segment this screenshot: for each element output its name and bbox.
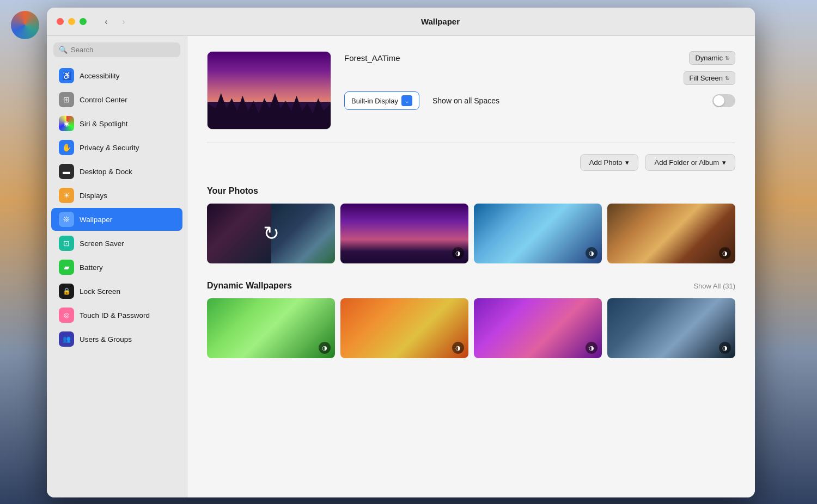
forest-silhouette bbox=[208, 83, 331, 129]
minimize-button[interactable] bbox=[68, 18, 75, 25]
dyn-thumb-3[interactable]: ◑ bbox=[474, 298, 602, 358]
sidebar-label-users-groups: Users & Groups bbox=[80, 335, 132, 343]
sidebar-item-displays[interactable]: ☀ Displays bbox=[51, 184, 182, 207]
photo-thumb-1[interactable]: ↻ bbox=[207, 204, 335, 263]
photo-thumb-2[interactable]: ◑ bbox=[340, 204, 468, 263]
app-icon-area bbox=[11, 11, 39, 39]
sidebar-label-accessibility: Accessibility bbox=[80, 72, 120, 80]
wallpaper-preview bbox=[207, 51, 331, 130]
fill-screen-chevron-icon: ⇅ bbox=[725, 75, 729, 81]
sidebar-label-control-center: Control Center bbox=[80, 96, 127, 104]
wallpaper-name-row: Forest_AATime Dynamic ⇅ bbox=[344, 51, 735, 65]
photo-thumb-4[interactable]: ◑ bbox=[607, 204, 735, 263]
wallpaper-top-section: Forest_AATime Dynamic ⇅ Fill Screen ⇅ bbox=[207, 51, 735, 130]
add-photo-chevron-icon: ▾ bbox=[625, 158, 629, 167]
dynamic-badge-3: ◑ bbox=[586, 247, 597, 259]
dynamic-wallpapers-title: Dynamic Wallpapers bbox=[207, 281, 292, 291]
your-photos-header: Your Photos bbox=[207, 186, 735, 196]
sidebar-label-battery: Battery bbox=[80, 263, 103, 272]
display-selector-arrow-icon: ⌄ bbox=[401, 95, 412, 106]
window-title: Wallpaper bbox=[136, 17, 745, 26]
close-button[interactable] bbox=[57, 18, 64, 25]
touch-id-icon: ◎ bbox=[59, 308, 74, 323]
dynamic-dropdown[interactable]: Dynamic ⇅ bbox=[689, 51, 735, 65]
sidebar-label-displays: Displays bbox=[80, 192, 107, 200]
dyn-badge-2: ◑ bbox=[452, 342, 464, 354]
app-icon bbox=[11, 11, 39, 39]
sidebar-label-privacy: Privacy & Security bbox=[80, 144, 139, 152]
dyn-badge-3: ◑ bbox=[586, 342, 597, 354]
nav-buttons: ‹ › bbox=[99, 14, 131, 29]
sidebar-label-wallpaper: Wallpaper bbox=[80, 216, 112, 224]
sidebar-item-wallpaper[interactable]: ❊ Wallpaper bbox=[51, 208, 182, 231]
search-icon: 🔍 bbox=[59, 46, 68, 54]
dynamic-wallpapers-grid: ◑ ◑ ◑ ◑ bbox=[207, 298, 735, 358]
back-button[interactable]: ‹ bbox=[99, 14, 114, 29]
fill-screen-dropdown[interactable]: Fill Screen ⇅ bbox=[684, 71, 735, 85]
sidebar-item-desktop-dock[interactable]: ▬ Desktop & Dock bbox=[51, 160, 182, 183]
sidebar-item-screen-saver[interactable]: ⊡ Screen Saver bbox=[51, 232, 182, 255]
system-preferences-window: ‹ › Wallpaper 🔍 ♿ Accessibility bbox=[47, 8, 755, 497]
sidebar-item-battery[interactable]: ▰ Battery bbox=[51, 256, 182, 279]
divider-1 bbox=[207, 143, 735, 143]
window-content: 🔍 ♿ Accessibility ⊞ Control Center ◉ bbox=[47, 36, 755, 497]
sidebar-item-siri-spotlight[interactable]: ◉ Siri & Spotlight bbox=[51, 112, 182, 135]
main-content: Forest_AATime Dynamic ⇅ Fill Screen ⇅ bbox=[187, 36, 755, 497]
dynamic-badge-4: ◑ bbox=[719, 247, 731, 259]
sidebar: 🔍 ♿ Accessibility ⊞ Control Center ◉ bbox=[47, 36, 187, 497]
sidebar-item-users-groups[interactable]: 👥 Users & Groups bbox=[51, 328, 182, 351]
show-all-spaces-row: Show on all Spaces bbox=[419, 94, 735, 107]
sidebar-item-lock-screen[interactable]: 🔒 Lock Screen bbox=[51, 280, 182, 303]
search-input[interactable] bbox=[71, 46, 175, 54]
add-folder-chevron-icon: ▾ bbox=[722, 158, 726, 167]
display-selector[interactable]: Built-in Display ⌄ bbox=[344, 91, 419, 110]
photo-thumb-3[interactable]: ◑ bbox=[474, 204, 602, 263]
sidebar-item-privacy-security[interactable]: ✋ Privacy & Security bbox=[51, 136, 182, 159]
add-folder-button[interactable]: Add Folder or Album ▾ bbox=[645, 154, 735, 171]
display-row: Built-in Display ⌄ Show on all Spaces bbox=[344, 91, 735, 110]
fill-screen-row: Fill Screen ⇅ bbox=[344, 71, 735, 85]
users-groups-icon: 👥 bbox=[59, 331, 74, 347]
sidebar-item-touch-id[interactable]: ◎ Touch ID & Password bbox=[51, 304, 182, 327]
siri-icon: ◉ bbox=[59, 116, 74, 131]
titlebar: ‹ › Wallpaper bbox=[47, 8, 755, 36]
refresh-overlay: ↻ bbox=[207, 204, 335, 263]
battery-icon: ▰ bbox=[59, 260, 74, 275]
accessibility-icon: ♿ bbox=[59, 68, 74, 83]
maximize-button[interactable] bbox=[80, 18, 87, 25]
sidebar-label-siri: Siri & Spotlight bbox=[80, 120, 128, 128]
dyn-badge-1: ◑ bbox=[319, 342, 331, 354]
sidebar-label-lock-screen: Lock Screen bbox=[80, 287, 120, 296]
wallpaper-icon: ❊ bbox=[59, 212, 74, 227]
forward-button[interactable]: › bbox=[116, 14, 131, 29]
control-center-icon: ⊞ bbox=[59, 92, 74, 107]
sidebar-label-screen-saver: Screen Saver bbox=[80, 239, 124, 248]
dyn-thumb-2[interactable]: ◑ bbox=[340, 298, 468, 358]
privacy-icon: ✋ bbox=[59, 140, 74, 155]
displays-icon: ☀ bbox=[59, 188, 74, 203]
wallpaper-controls: Forest_AATime Dynamic ⇅ Fill Screen ⇅ bbox=[344, 51, 735, 130]
search-box[interactable]: 🔍 bbox=[53, 42, 180, 57]
screen-saver-icon: ⊡ bbox=[59, 236, 74, 251]
dyn-thumb-1[interactable]: ◑ bbox=[207, 298, 335, 358]
sidebar-label-desktop-dock: Desktop & Dock bbox=[80, 168, 132, 176]
wallpaper-name: Forest_AATime bbox=[344, 53, 400, 63]
dyn-thumb-4[interactable]: ◑ bbox=[607, 298, 735, 358]
dynamic-wallpapers-header: Dynamic Wallpapers Show All (31) bbox=[207, 281, 735, 291]
refresh-icon: ↻ bbox=[263, 222, 279, 245]
dynamic-chevron-icon: ⇅ bbox=[725, 55, 729, 61]
sidebar-item-control-center[interactable]: ⊞ Control Center bbox=[51, 88, 182, 111]
show-all-spaces-label: Show on all Spaces bbox=[432, 96, 499, 105]
add-photo-button[interactable]: Add Photo ▾ bbox=[580, 154, 639, 171]
your-photos-title: Your Photos bbox=[207, 186, 258, 196]
show-all-spaces-toggle[interactable] bbox=[712, 94, 735, 107]
sidebar-item-accessibility[interactable]: ♿ Accessibility bbox=[51, 64, 182, 87]
desktop-dock-icon: ▬ bbox=[59, 164, 74, 179]
show-all-link[interactable]: Show All (31) bbox=[693, 282, 735, 290]
search-container: 🔍 bbox=[47, 42, 187, 64]
dyn-badge-4: ◑ bbox=[719, 342, 731, 354]
your-photos-grid: ↻ ◑ ◑ ◑ bbox=[207, 204, 735, 263]
lock-screen-icon: 🔒 bbox=[59, 284, 74, 299]
svg-marker-0 bbox=[208, 93, 331, 129]
dynamic-badge-2: ◑ bbox=[452, 247, 464, 259]
